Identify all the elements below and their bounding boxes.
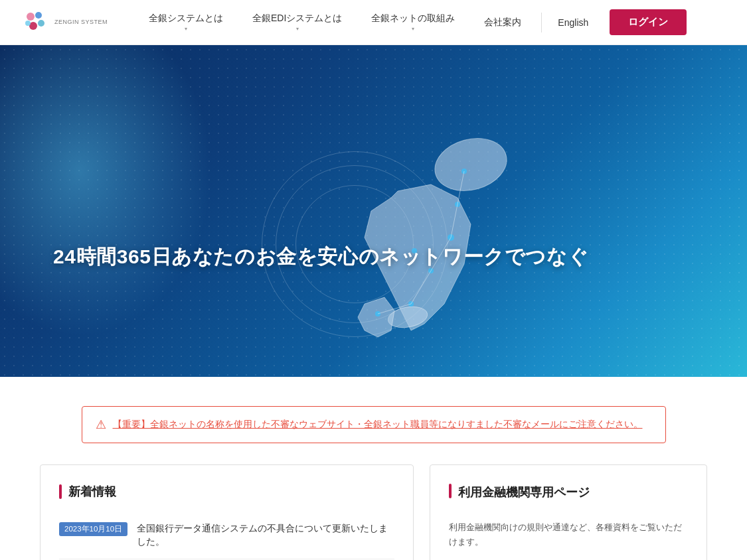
info-card-description: 利用金融機関向けの規則や通達など、各種資料をご覧いただけます。 [449,520,688,549]
news-card: 新着情報 2023年10月10日 全国銀行データ通信システムの不具合について更新… [40,464,414,560]
info-title-bar: 利用金融機関専用ページ [449,484,688,511]
svg-marker-8 [358,297,394,337]
news-date-badge: 2023年10月10日 [59,522,127,536]
news-title-bar: 新着情報 [59,484,394,500]
hero-section: 24時間365日あなたのお金を安心のネットワークでつなぐ [0,45,747,377]
svg-point-2 [38,20,44,27]
login-button[interactable]: ログイン [610,9,687,35]
svg-point-1 [35,12,42,19]
alert-text[interactable]: 【重要】全銀ネットの名称を使用した不審なウェブサイト・全銀ネット職員等になりすま… [113,419,643,431]
nav-item-kaisha[interactable]: 会社案内 [469,0,536,45]
news-section-title: 新着情報 [68,484,116,500]
content-section: 新着情報 2023年10月10日 全国銀行データ通信システムの不具合について更新… [0,464,747,560]
nav-item-zengin-system[interactable]: 全銀システムとは ▾ [134,0,238,45]
header: ZENGIN SYSTEM 全銀システムとは ▾ 全銀EDIシステムとは ▾ 全… [0,0,747,45]
hero-title: 24時間365日あなたのお金を安心のネットワークでつなぐ [53,244,588,271]
title-accent [449,484,452,498]
chevron-down-icon: ▾ [185,26,187,32]
nav-item-zengin-edi[interactable]: 全銀EDIシステムとは ▾ [238,0,357,45]
nav-divider [541,13,542,33]
warning-icon: ⚠ [96,417,106,432]
news-text[interactable]: 全国銀行データ通信システムの不具合について更新いたしました。 [137,522,394,549]
logo-icon [21,9,49,36]
svg-point-0 [27,13,35,21]
svg-point-5 [429,131,513,198]
info-card: 利用金融機関専用ページ 利用金融機関向けの規則や通達など、各種資料をご覧いただけ… [430,464,707,560]
alert-banner[interactable]: ⚠ 【重要】全銀ネットの名称を使用した不審なウェブサイト・全銀ネット職員等になり… [82,406,666,443]
title-accent [59,484,62,499]
nav-english[interactable]: English [547,0,599,45]
nav-item-torikumi[interactable]: 全銀ネットの取組み ▾ [357,0,469,45]
logo-text: ZENGIN SYSTEM [54,19,108,27]
logo[interactable]: ZENGIN SYSTEM [21,9,108,36]
news-item: 2023年10月10日 全国銀行データ通信システムの不具合について更新いたしまし… [59,513,394,559]
chevron-down-icon: ▾ [412,26,414,32]
info-card-title: 利用金融機関専用ページ [458,484,590,502]
main-nav: 全銀システムとは ▾ 全銀EDIシステムとは ▾ 全銀ネットの取組み ▾ 会社案… [134,0,726,45]
svg-point-4 [25,21,31,26]
chevron-down-icon: ▾ [296,26,299,32]
